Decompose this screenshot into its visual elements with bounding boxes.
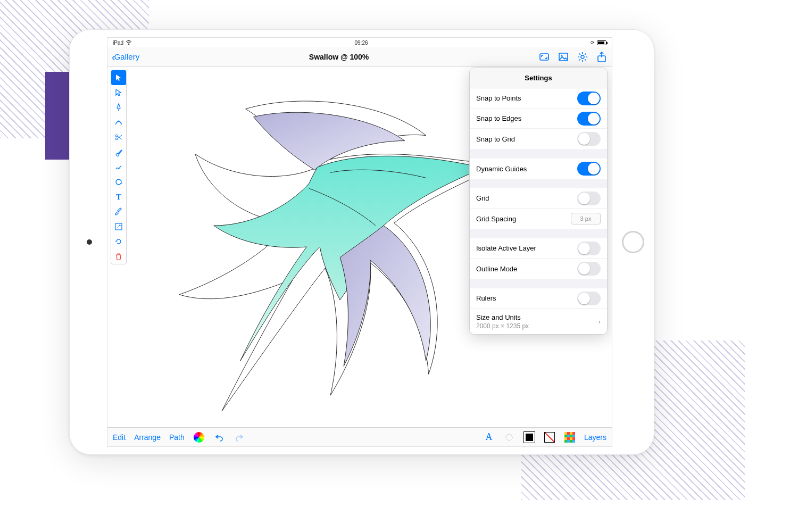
settings-popover: Settings Snap to Points Snap to Edges Sn… xyxy=(469,68,608,335)
snap-to-edges-switch[interactable] xyxy=(577,112,601,126)
size-and-units-value: 2000 px × 1235 px xyxy=(476,322,529,330)
size-and-units-row[interactable]: Size and Units 2000 px × 1235 px › xyxy=(470,309,607,334)
grid-row: Grid xyxy=(470,188,607,209)
share-button[interactable] xyxy=(596,51,608,63)
status-bar: iPad 09:26 ⟳ xyxy=(107,38,612,47)
effects-button[interactable] xyxy=(503,431,515,443)
color-wheel-button[interactable] xyxy=(193,431,205,443)
snap-to-grid-switch[interactable] xyxy=(577,132,601,146)
stroke-button[interactable] xyxy=(544,431,555,443)
svg-point-6 xyxy=(115,135,118,137)
dynamic-guides-switch[interactable] xyxy=(577,162,601,176)
snap-to-points-label: Snap to Points xyxy=(476,94,521,102)
add-anchor-tool[interactable] xyxy=(111,115,126,130)
eyedropper-tool[interactable] xyxy=(111,204,126,219)
rotate-tool[interactable] xyxy=(111,234,126,249)
redo-button[interactable] xyxy=(234,431,245,443)
text-tool[interactable]: T xyxy=(111,189,126,204)
direct-select-tool[interactable] xyxy=(111,85,126,100)
ipad-camera-icon xyxy=(87,239,92,245)
back-button[interactable]: ‹ Gallery xyxy=(112,52,139,62)
device-label: iPad xyxy=(113,40,123,46)
fill-button[interactable] xyxy=(523,431,535,443)
svg-rect-1 xyxy=(559,53,568,61)
isolate-layer-row: Isolate Active Layer xyxy=(470,238,607,259)
grid-switch[interactable] xyxy=(577,192,601,205)
ipad-frame: iPad 09:26 ⟳ ‹ Gallery Swallow @ 100% xyxy=(69,29,654,455)
dynamic-guides-label: Dynamic Guides xyxy=(476,165,527,173)
rulers-switch[interactable] xyxy=(577,292,601,305)
snap-to-points-row: Snap to Points xyxy=(470,88,607,109)
rulers-label: Rulers xyxy=(476,294,496,302)
battery-icon xyxy=(597,40,606,45)
grid-spacing-row: Grid Spacing 3 px xyxy=(470,209,607,229)
scissors-tool[interactable] xyxy=(111,130,126,145)
text-style-button[interactable]: A xyxy=(483,431,495,443)
snap-to-points-switch[interactable] xyxy=(577,92,601,105)
grid-spacing-field[interactable]: 3 px xyxy=(571,213,601,225)
edit-menu[interactable]: Edit xyxy=(113,433,126,442)
ipad-home-button[interactable] xyxy=(622,231,644,253)
svg-point-7 xyxy=(115,138,118,140)
arrange-menu[interactable]: Arrange xyxy=(134,433,161,442)
snap-to-grid-row: Snap to Grid xyxy=(470,129,607,149)
settings-button[interactable] xyxy=(577,51,588,63)
outline-mode-label: Outline Mode xyxy=(476,265,517,273)
select-tool[interactable] xyxy=(111,70,126,85)
svg-point-8 xyxy=(116,179,121,185)
scale-tool[interactable] xyxy=(111,219,126,234)
settings-title: Settings xyxy=(470,68,607,88)
fullscreen-button[interactable] xyxy=(538,51,550,63)
outline-mode-row: Outline Mode xyxy=(470,259,607,279)
pen-tool[interactable] xyxy=(111,100,126,115)
isolate-layer-switch[interactable] xyxy=(577,242,601,255)
swatches-button[interactable] xyxy=(564,431,576,443)
app-screen: iPad 09:26 ⟳ ‹ Gallery Swallow @ 100% xyxy=(107,37,612,447)
grid-spacing-label: Grid Spacing xyxy=(476,215,516,223)
back-label: Gallery xyxy=(114,52,140,61)
dynamic-guides-row: Dynamic Guides xyxy=(470,159,607,179)
isolate-layer-label: Isolate Active Layer xyxy=(476,244,536,252)
snap-to-edges-row: Snap to Edges xyxy=(470,109,607,129)
snap-to-grid-label: Snap to Grid xyxy=(476,135,515,143)
shape-tool[interactable] xyxy=(111,174,126,189)
chevron-right-icon: › xyxy=(598,318,601,326)
grid-label: Grid xyxy=(476,194,489,202)
trash-tool[interactable] xyxy=(111,249,126,264)
navigation-bar: ‹ Gallery Swallow @ 100% xyxy=(107,47,612,66)
clock: 09:26 xyxy=(354,40,368,46)
rulers-row: Rulers xyxy=(470,288,607,309)
layers-button[interactable]: Layers xyxy=(584,433,606,442)
tool-sidebar: T xyxy=(111,70,127,264)
size-and-units-label: Size and Units xyxy=(476,313,521,321)
wifi-icon xyxy=(126,40,132,45)
snap-to-edges-label: Snap to Edges xyxy=(476,114,521,122)
undo-button[interactable] xyxy=(213,431,225,443)
svg-point-10 xyxy=(506,434,512,440)
bottom-toolbar: Edit Arrange Path A Layers xyxy=(107,427,612,446)
svg-point-3 xyxy=(581,55,584,59)
freehand-tool[interactable] xyxy=(111,160,126,174)
brush-tool[interactable] xyxy=(111,145,126,160)
orientation-lock-icon: ⟳ xyxy=(591,40,595,45)
svg-point-5 xyxy=(118,121,120,122)
outline-mode-switch[interactable] xyxy=(577,262,601,276)
document-title: Swallow @ 100% xyxy=(309,53,369,61)
path-menu[interactable]: Path xyxy=(169,433,185,442)
image-button[interactable] xyxy=(558,51,569,63)
